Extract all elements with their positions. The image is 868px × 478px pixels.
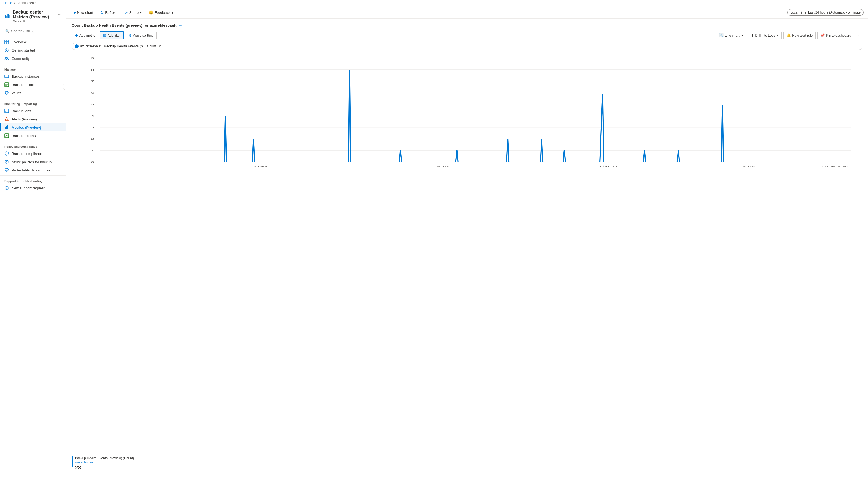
add-metric-icon: ✚ xyxy=(75,33,78,38)
sidebar-item-label: New support request xyxy=(11,186,45,190)
new-alert-rule-button[interactable]: 🔔 New alert rule xyxy=(783,32,816,39)
svg-rect-0 xyxy=(5,15,6,19)
legend-text: Backup Health Events (preview) (Count) a… xyxy=(75,456,134,471)
drill-into-logs-button[interactable]: ⬇ Drill into Logs ▾ xyxy=(748,32,782,39)
svg-text:UTC+05:30: UTC+05:30 xyxy=(819,165,849,168)
sidebar-item-backup-reports[interactable]: Backup reports xyxy=(0,131,66,140)
svg-text:3: 3 xyxy=(91,126,94,129)
drill-icon: ⬇ xyxy=(751,33,754,37)
plus-icon xyxy=(73,10,76,14)
add-metric-button[interactable]: ✚ Add metric xyxy=(72,32,98,39)
sidebar-item-label: Vaults xyxy=(11,91,21,95)
sidebar-item-label: Backup policies xyxy=(11,83,36,87)
sidebar-item-backup-policies[interactable]: Backup policies xyxy=(0,81,66,89)
sidebar-item-label: Protectable datasources xyxy=(11,168,50,172)
feedback-button[interactable]: Feedback xyxy=(146,9,177,16)
sidebar-item-backup-compliance[interactable]: Backup compliance xyxy=(0,149,66,158)
backup-policies-icon xyxy=(4,83,9,87)
metric-aggregation: Count xyxy=(147,44,156,48)
svg-text:2: 2 xyxy=(91,137,94,140)
sidebar-item-overview[interactable]: Overview xyxy=(0,38,66,46)
breadcrumb-home[interactable]: Home xyxy=(3,1,12,5)
svg-marker-9 xyxy=(6,49,8,51)
sidebar-item-alerts[interactable]: Alerts (Preview) xyxy=(0,115,66,123)
community-icon xyxy=(4,56,9,61)
share-button[interactable]: Share xyxy=(122,9,145,16)
feedback-chevron-icon xyxy=(172,10,174,14)
sidebar-item-backup-instances[interactable]: Backup instances xyxy=(0,72,66,81)
metric-tag-icon xyxy=(75,44,79,48)
metrics-icon xyxy=(4,125,9,129)
svg-text:12 PM: 12 PM xyxy=(249,165,267,168)
app-title-block: Backup center | Metrics (Preview) ··· Mi… xyxy=(13,10,61,23)
metric-tag: azurefilesvault, Backup Health Events (p… xyxy=(72,43,863,50)
breadcrumb-current: Backup center xyxy=(17,1,38,5)
sidebar-item-new-support[interactable]: ? New support request xyxy=(0,184,66,192)
backup-jobs-icon xyxy=(4,109,9,113)
nav-divider-1 xyxy=(0,64,66,64)
sidebar-item-community[interactable]: Community xyxy=(0,54,66,63)
feedback-icon xyxy=(149,10,153,14)
main-content: New chart Refresh Share Feedback xyxy=(66,6,868,478)
breadcrumb-separator: › xyxy=(14,1,15,5)
chart-wrapper: 0 1 2 3 4 5 6 7 8 9 12 PM 6 PM Thu 21 xyxy=(72,53,863,451)
refresh-button[interactable]: Refresh xyxy=(97,8,121,16)
svg-rect-7 xyxy=(7,42,8,44)
nav-section-policy: Policy and compliance xyxy=(0,142,66,149)
sidebar-item-label: Community xyxy=(11,57,30,61)
legend-value: 28 xyxy=(75,465,134,471)
sidebar-item-metrics[interactable]: Metrics (Preview) xyxy=(0,123,66,131)
nav-section-monitoring: Monitoring + reporting xyxy=(0,99,66,107)
protectable-datasources-icon xyxy=(4,168,9,172)
metric-tag-close-button[interactable]: ✕ xyxy=(158,44,161,49)
svg-rect-2 xyxy=(7,14,8,18)
sidebar-item-vaults[interactable]: Vaults xyxy=(0,89,66,97)
app-title: Backup center | Metrics (Preview) xyxy=(13,10,56,20)
chart-legend: Backup Health Events (preview) (Count) a… xyxy=(72,453,863,474)
edit-title-icon[interactable]: ✏ xyxy=(179,23,182,28)
svg-text:0: 0 xyxy=(91,160,94,163)
more-chart-options-button[interactable]: ··· xyxy=(856,32,863,39)
backup-reports-icon xyxy=(4,133,9,138)
metric-vault-name: azurefilesvault, xyxy=(80,44,102,48)
sidebar-item-backup-jobs[interactable]: Backup jobs xyxy=(0,107,66,115)
svg-text:6 PM: 6 PM xyxy=(437,165,452,168)
svg-point-35 xyxy=(5,169,8,170)
more-options-icon[interactable]: ··· xyxy=(58,12,61,17)
search-box[interactable] xyxy=(3,28,63,34)
time-range-label: Local Time: Last 24 hours (Automatic - 5… xyxy=(790,10,861,14)
sidebar-header: Backup center | Metrics (Preview) ··· Mi… xyxy=(0,6,66,25)
svg-point-30 xyxy=(6,161,7,162)
chevron-left-icon: ‹ xyxy=(65,85,66,89)
add-filter-button[interactable]: ⊟ Add filter xyxy=(100,31,124,39)
sidebar-item-label: Azure policies for backup xyxy=(11,160,52,164)
breadcrumb: Home › Backup center xyxy=(0,0,868,6)
sidebar-item-azure-policies[interactable]: Azure policies for backup xyxy=(0,158,66,166)
overview-icon xyxy=(4,40,9,44)
pin-to-dashboard-button[interactable]: 📌 Pin to dashboard xyxy=(817,32,854,39)
new-chart-button[interactable]: New chart xyxy=(70,9,96,16)
alerts-icon xyxy=(4,117,9,121)
search-input[interactable] xyxy=(11,29,59,33)
svg-rect-25 xyxy=(5,127,5,129)
line-chart-button[interactable]: 📉 Line chart ▾ xyxy=(716,32,746,39)
sidebar-item-label: Getting started xyxy=(11,48,35,52)
sidebar-item-getting-started[interactable]: Getting started xyxy=(0,46,66,54)
legend-title: Backup Health Events (preview) (Count) xyxy=(75,456,134,460)
chart-controls: ✚ Add metric ⊟ Add filter ⊕ Apply splitt… xyxy=(72,31,863,39)
more-chart-options-icon: ··· xyxy=(858,34,861,37)
svg-point-11 xyxy=(7,57,8,59)
sidebar-item-label: Backup jobs xyxy=(11,109,31,113)
line-chart-icon: 📉 xyxy=(719,33,723,37)
svg-point-24 xyxy=(6,120,7,120)
sidebar-item-label: Alerts (Preview) xyxy=(11,117,37,121)
refresh-icon xyxy=(100,10,104,14)
time-range-selector[interactable]: Local Time: Last 24 hours (Automatic - 5… xyxy=(787,9,864,16)
sidebar-item-protectable-datasources[interactable]: Protectable datasources xyxy=(0,166,66,174)
svg-rect-4 xyxy=(5,40,6,41)
apply-splitting-button[interactable]: ⊕ Apply splitting xyxy=(126,32,157,39)
chart-area: Count Backup Health Events (preview) for… xyxy=(66,19,868,478)
sidebar-nav: Overview Getting started Community xyxy=(0,37,66,478)
svg-rect-1 xyxy=(6,16,7,19)
metric-name: Backup Health Events (p... xyxy=(104,44,146,48)
